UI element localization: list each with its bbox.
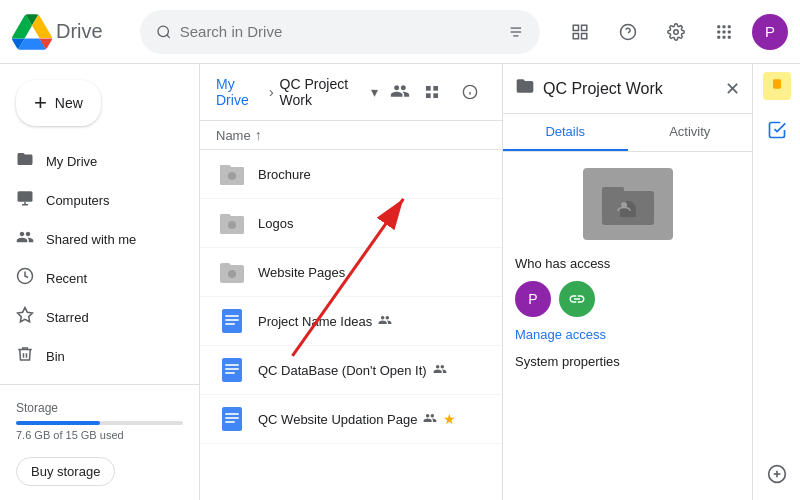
far-right-panel bbox=[752, 64, 800, 500]
svg-rect-13 bbox=[723, 25, 726, 28]
storage-label: Storage bbox=[16, 401, 183, 415]
manage-access-link[interactable]: Manage access bbox=[515, 327, 740, 342]
list-item[interactable]: Logos bbox=[200, 199, 502, 248]
panel-body: Who has access P Manage access System pr… bbox=[503, 152, 752, 500]
help-icon[interactable] bbox=[608, 12, 648, 52]
keep-icon[interactable] bbox=[763, 72, 791, 100]
breadcrumb-current: QC Project Work ▾ bbox=[280, 76, 378, 108]
svg-rect-45 bbox=[225, 413, 239, 415]
sort-arrow-icon: ↑ bbox=[255, 127, 262, 143]
grid-view-icon[interactable] bbox=[416, 76, 448, 108]
svg-rect-26 bbox=[426, 86, 431, 91]
svg-rect-14 bbox=[728, 25, 731, 28]
logo-text: Drive bbox=[56, 20, 103, 43]
svg-rect-20 bbox=[728, 35, 731, 38]
folder-icon bbox=[216, 207, 248, 239]
tasks-icon[interactable] bbox=[759, 112, 795, 148]
file-list: My Drive › QC Project Work ▾ bbox=[200, 64, 502, 500]
tab-details[interactable]: Details bbox=[503, 114, 628, 151]
topbar-right: P bbox=[560, 12, 788, 52]
svg-rect-7 bbox=[582, 33, 587, 38]
panel-folder-icon bbox=[515, 76, 535, 101]
sidebar-item-recent[interactable]: Recent bbox=[0, 259, 191, 298]
computer-icon bbox=[16, 189, 34, 212]
system-properties-label: System properties bbox=[515, 354, 740, 369]
file-name-text: Logos bbox=[258, 216, 293, 231]
sidebar-item-computers[interactable]: Computers bbox=[0, 181, 191, 220]
trash-icon bbox=[16, 345, 34, 368]
file-name-text: Brochure bbox=[258, 167, 311, 182]
apps-icon[interactable] bbox=[704, 12, 744, 52]
svg-rect-46 bbox=[225, 417, 239, 419]
doc-icon bbox=[216, 305, 248, 337]
file-name: QC DataBase (Don't Open It) bbox=[258, 362, 486, 379]
file-name-text: QC DataBase (Don't Open It) bbox=[258, 363, 427, 378]
list-item[interactable]: QC Website Updation Page ★ bbox=[200, 395, 502, 444]
star-icon bbox=[16, 306, 34, 329]
user-avatar[interactable]: P bbox=[752, 14, 788, 50]
topbar: Drive bbox=[0, 0, 800, 64]
svg-rect-17 bbox=[728, 30, 731, 33]
drive-logo-icon bbox=[12, 12, 52, 52]
search-icon bbox=[156, 23, 172, 41]
who-has-access-label: Who has access bbox=[515, 256, 740, 271]
svg-rect-47 bbox=[225, 421, 235, 423]
sidebar-item-shared[interactable]: Shared with me bbox=[0, 220, 191, 259]
list-item[interactable]: Brochure bbox=[200, 150, 502, 199]
sidebar-item-starred[interactable]: Starred bbox=[0, 298, 191, 337]
search-bar[interactable] bbox=[140, 10, 540, 54]
name-column-label: Name bbox=[216, 128, 251, 143]
people-icon bbox=[16, 228, 34, 251]
plus-icon: + bbox=[34, 90, 47, 116]
search-settings-icon[interactable] bbox=[560, 12, 600, 52]
sidebar-item-bin[interactable]: Bin bbox=[0, 337, 191, 376]
breadcrumb-home[interactable]: My Drive bbox=[216, 76, 263, 108]
folder-icon bbox=[216, 256, 248, 288]
right-panel: QC Project Work ✕ Details Activity bbox=[502, 64, 752, 500]
content-area: My Drive › QC Project Work ▾ bbox=[200, 64, 800, 500]
svg-marker-25 bbox=[18, 308, 33, 322]
filter-icon[interactable] bbox=[508, 23, 524, 41]
shared-people-icon bbox=[433, 362, 447, 379]
breadcrumb-nav: My Drive › QC Project Work ▾ bbox=[216, 76, 410, 108]
col-name-header[interactable]: Name ↑ bbox=[216, 127, 486, 143]
settings-icon[interactable] bbox=[656, 12, 696, 52]
svg-rect-39 bbox=[225, 323, 235, 325]
svg-rect-28 bbox=[426, 93, 431, 98]
folder-icon bbox=[216, 158, 248, 190]
doc-icon bbox=[216, 403, 248, 435]
share-people-icon[interactable] bbox=[390, 81, 410, 104]
svg-rect-21 bbox=[18, 191, 33, 202]
sidebar-item-computers-label: Computers bbox=[46, 193, 110, 208]
svg-rect-42 bbox=[225, 368, 239, 370]
svg-rect-51 bbox=[602, 187, 624, 195]
svg-rect-15 bbox=[717, 30, 720, 33]
file-name: Project Name Ideas bbox=[258, 313, 486, 330]
svg-rect-8 bbox=[573, 33, 578, 38]
sidebar-item-my-drive[interactable]: My Drive bbox=[0, 142, 191, 181]
info-icon[interactable] bbox=[454, 76, 486, 108]
list-item[interactable]: QC DataBase (Don't Open It) bbox=[200, 346, 502, 395]
folder-icon bbox=[16, 150, 34, 173]
search-input[interactable] bbox=[180, 23, 501, 40]
folder-preview-box bbox=[583, 168, 673, 240]
file-name: QC Website Updation Page ★ bbox=[258, 411, 486, 428]
new-button[interactable]: + New bbox=[16, 80, 101, 126]
close-icon[interactable]: ✕ bbox=[725, 78, 740, 100]
tab-activity[interactable]: Activity bbox=[628, 114, 753, 151]
file-table-header: Name ↑ bbox=[200, 121, 502, 150]
svg-rect-6 bbox=[582, 25, 587, 30]
buy-storage-button[interactable]: Buy storage bbox=[16, 457, 115, 486]
sidebar-divider bbox=[0, 384, 199, 385]
list-item[interactable]: Project Name Ideas bbox=[200, 297, 502, 346]
add-apps-icon[interactable] bbox=[759, 456, 795, 492]
shared-people-icon bbox=[423, 411, 437, 428]
list-item[interactable]: Website Pages bbox=[200, 248, 502, 297]
sidebar-item-shared-label: Shared with me bbox=[46, 232, 136, 247]
file-name-text: Project Name Ideas bbox=[258, 314, 372, 329]
file-name: Logos bbox=[258, 216, 486, 231]
svg-rect-37 bbox=[225, 315, 239, 317]
panel-tabs: Details Activity bbox=[503, 114, 752, 152]
chevron-down-icon[interactable]: ▾ bbox=[371, 84, 378, 100]
svg-rect-18 bbox=[717, 35, 720, 38]
